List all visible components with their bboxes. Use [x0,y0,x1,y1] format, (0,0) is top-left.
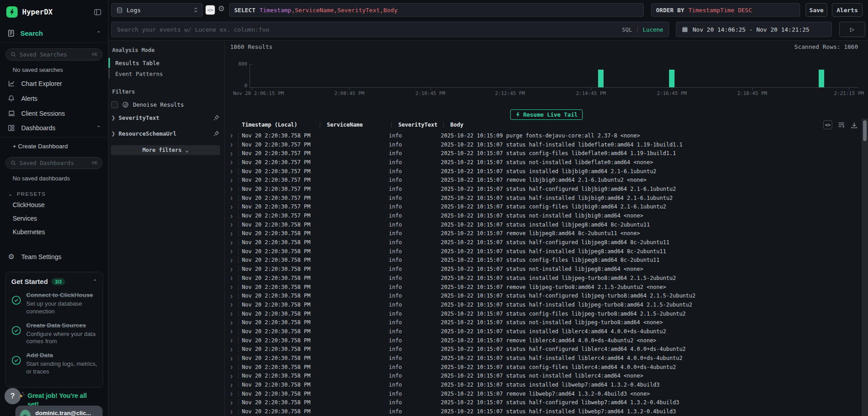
table-row[interactable]: ❯Nov 20 2:20:30.758 PMinfo2025-10-22 10:… [225,238,862,247]
get-started-item[interactable]: Connect to ClickHouse Set up your databa… [11,291,97,316]
sidebar-preset-services[interactable]: Services [0,212,108,225]
chevron-up-icon[interactable]: ⌃ [93,279,97,285]
expand-row-chevron-icon[interactable]: ❯ [225,409,238,414]
table-row[interactable]: ❯Nov 20 2:20:30.757 PMinfo2025-10-22 10:… [225,184,862,194]
expand-row-chevron-icon[interactable]: ❯ [225,391,238,396]
mode-results-table[interactable]: Results Table [108,58,221,68]
expand-row-chevron-icon[interactable]: ❯ [225,293,238,298]
date-range-picker[interactable]: Nov 20 14:06:25 - Nov 20 14:21:25 [676,22,832,37]
table-row[interactable]: ❯Nov 20 2:20:30.758 PMinfo2025-10-22 10:… [225,363,862,372]
run-query-button[interactable]: ▷ [839,22,865,37]
language-sql-option[interactable]: SQL [622,26,632,33]
expand-row-chevron-icon[interactable]: ❯ [225,383,238,388]
sidebar-item-team-settings[interactable]: ⚙ Team Settings [0,249,108,265]
vertical-scrollbar[interactable] [862,118,868,416]
pin-icon[interactable] [213,114,220,121]
alerts-button[interactable]: Alerts [832,3,863,17]
expand-row-chevron-icon[interactable]: ❯ [225,213,238,218]
expand-row-chevron-icon[interactable]: ❯ [225,222,238,227]
histogram-bar[interactable] [819,70,824,87]
user-menu[interactable]: D dominic.tran@clic... dominic.tran@clic… [15,406,103,416]
expand-row-chevron-icon[interactable]: ❯ [225,133,238,138]
filter-group-resourceschemaurl[interactable]: ❯ ResourceSchemaUrl [108,126,221,142]
table-row[interactable]: ❯Nov 20 2:20:30.758 PMinfo2025-10-22 10:… [225,327,862,336]
get-started-header[interactable]: Get Started 3/3 ⌃ [11,278,97,285]
resume-live-tail-button[interactable]: Resume Live Tail [510,109,582,120]
expand-row-chevron-icon[interactable]: ❯ [225,347,238,352]
table-row[interactable]: ❯Nov 20 2:20:30.758 PMinfo2025-10-22 10:… [225,372,862,381]
expand-row-chevron-icon[interactable]: ❯ [225,151,238,156]
table-row[interactable]: ❯Nov 20 2:20:30.758 PMinfo2025-10-22 10:… [225,380,862,389]
expand-row-chevron-icon[interactable]: ❯ [225,240,238,245]
histogram-bar[interactable] [598,70,604,87]
chevron-up-icon[interactable]: ⌃ [96,125,101,131]
table-row[interactable]: ❯Nov 20 2:20:30.757 PMinfo2025-10-22 10:… [225,194,862,203]
table-row[interactable]: ❯Nov 20 2:20:30.758 PMinfo2025-10-22 10:… [225,318,862,327]
more-filters-button[interactable]: More filters ⌄ [111,145,220,155]
expand-row-chevron-icon[interactable]: ❯ [225,178,238,183]
column-header-body[interactable]: Body [437,122,862,128]
scrollbar-thumb[interactable] [863,120,867,141]
table-row[interactable]: ❯Nov 20 2:20:30.758 PMinfo2025-10-22 10:… [225,354,862,363]
table-row[interactable]: ❯Nov 20 2:20:30.758 PMinfo2025-10-22 10:… [225,229,862,238]
table-row[interactable]: ❯Nov 20 2:20:30.758 PMinfo2025-10-22 10:… [225,247,862,256]
table-row[interactable]: ❯Nov 20 2:20:30.758 PMinfo2025-10-22 10:… [225,336,862,345]
expand-row-chevron-icon[interactable]: ❯ [225,302,238,307]
sidebar-preset-kubernetes[interactable]: Kubernetes [0,225,108,239]
sidebar-preset-clickhouse[interactable]: ClickHouse [0,198,108,212]
denoise-checkbox[interactable] [111,101,118,108]
mode-event-patterns[interactable]: Event Patterns [108,69,221,79]
table-row[interactable]: ❯Nov 20 2:20:30.757 PMinfo2025-10-22 10:… [225,175,862,184]
expand-row-chevron-icon[interactable]: ❯ [225,231,238,236]
table-row[interactable]: ❯Nov 20 2:20:30.758 PMinfo2025-10-22 10:… [225,265,862,274]
table-row[interactable]: ❯Nov 20 2:20:30.757 PMinfo2025-10-22 10:… [225,158,862,167]
expand-row-chevron-icon[interactable]: ❯ [225,373,238,378]
filter-group-severitytext[interactable]: ❯ SeverityText [108,110,221,126]
table-row[interactable]: ❯Nov 20 2:20:30.758 PMinfo2025-10-22 10:… [225,389,862,398]
saved-dashboards-input[interactable]: Saved Dashboards ⌘K [5,157,103,169]
search-events-input[interactable]: Search your events w/ Lucene ex. column:… [111,22,669,37]
get-started-item[interactable]: Add Data Start sending logs, metrics, or… [11,351,97,376]
table-row[interactable]: ❯Nov 20 2:20:30.758 PMinfo2025-10-22 10:… [225,256,862,265]
expand-row-chevron-icon[interactable]: ❯ [225,204,238,209]
expand-row-chevron-icon[interactable]: ❯ [225,160,238,165]
expand-row-chevron-icon[interactable]: ❯ [225,284,238,289]
language-lucene-option[interactable]: Lucene [643,26,663,33]
expand-row-chevron-icon[interactable]: ❯ [225,195,238,200]
sidebar-item-dashboards[interactable]: Dashboards ⌃ [0,121,108,135]
chevron-up-icon[interactable]: ⌃ [96,30,101,37]
expand-row-chevron-icon[interactable]: ❯ [225,249,238,254]
column-header-severitytext[interactable]: SeverityText [385,122,437,128]
expand-row-chevron-icon[interactable]: ❯ [225,169,238,174]
table-row[interactable]: ❯Nov 20 2:20:30.757 PMinfo2025-10-22 10:… [225,203,862,212]
expand-row-chevron-icon[interactable]: ❯ [225,338,238,343]
help-button[interactable]: ? [5,388,21,404]
column-header-timestamp[interactable]: Timestamp (Local) [238,122,314,128]
expand-row-chevron-icon[interactable]: ❯ [225,311,238,316]
table-row[interactable]: ❯Nov 20 2:20:30.758 PMinfo2025-10-22 10:… [225,131,862,140]
table-row[interactable]: ❯Nov 20 2:20:30.758 PMinfo2025-10-22 10:… [225,283,862,292]
column-header-servicename[interactable]: ServiceName [314,122,385,128]
code-view-button[interactable]: <> [205,5,215,15]
save-button[interactable]: Save [806,3,827,17]
expand-row-chevron-icon[interactable]: ❯ [225,258,238,263]
orderby-input[interactable]: ORDER BY TimestampTime DESC [651,3,800,17]
histogram-bar[interactable] [669,70,675,87]
sidebar-item-chart-explorer[interactable]: Chart Explorer [0,76,108,91]
expand-row-chevron-icon[interactable]: ❯ [225,186,238,191]
table-row[interactable]: ❯Nov 20 2:20:30.758 PMinfo2025-10-22 10:… [225,398,862,407]
expand-row-chevron-icon[interactable]: ❯ [225,400,238,405]
table-row[interactable]: ❯Nov 20 2:20:30.757 PMinfo2025-10-22 10:… [225,149,862,158]
collapse-sidebar-icon[interactable] [94,8,102,16]
table-row[interactable]: ❯Nov 20 2:20:30.758 PMinfo2025-10-22 10:… [225,345,862,354]
table-row[interactable]: ❯Nov 20 2:20:30.757 PMinfo2025-10-22 10:… [225,211,862,220]
table-row[interactable]: ❯Nov 20 2:20:30.758 PMinfo2025-10-22 10:… [225,274,862,283]
saved-searches-input[interactable]: Saved Searches ⌘K [5,48,103,61]
expand-row-chevron-icon[interactable]: ❯ [225,364,238,369]
get-started-item[interactable]: Create Data Sources Configure where your… [11,321,97,346]
table-row[interactable]: ❯Nov 20 2:20:30.758 PMinfo2025-10-22 10:… [225,291,862,300]
sidebar-item-alerts[interactable]: Alerts [0,91,108,106]
select-query-input[interactable]: SELECT Timestamp,ServiceName,SeverityTex… [229,3,644,17]
table-row[interactable]: ❯Nov 20 2:20:30.758 PMinfo2025-10-22 10:… [225,220,862,229]
expand-row-chevron-icon[interactable]: ❯ [225,275,238,280]
